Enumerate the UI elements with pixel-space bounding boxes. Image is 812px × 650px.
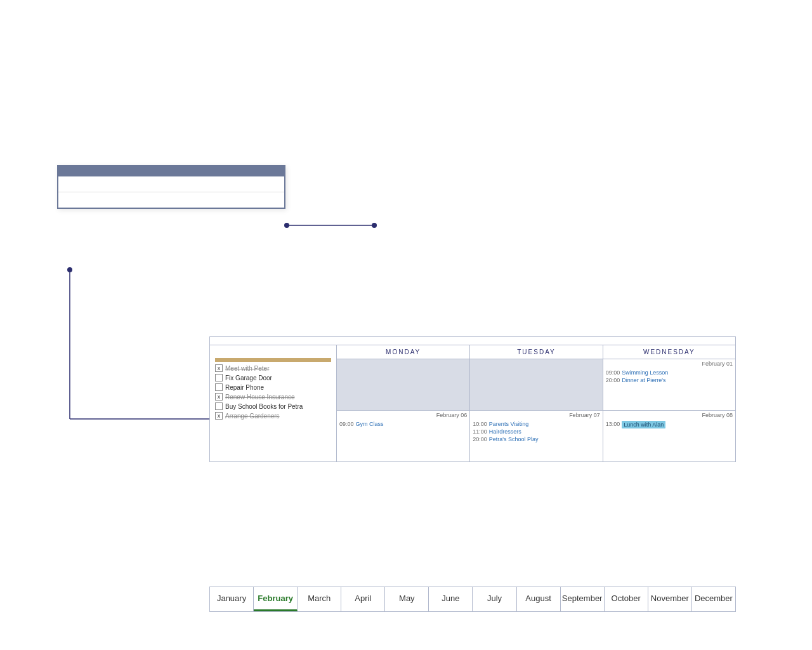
todo-item: Repair Phone — [215, 383, 331, 391]
month-tab-october[interactable]: October — [605, 587, 648, 611]
day-number: February 01 — [606, 361, 733, 367]
todo-checkbox[interactable]: x — [215, 412, 223, 420]
todo-list: xMeet with PeterFix Garage DoorRepair Ph… — [215, 364, 331, 420]
month-tab-september[interactable]: September — [561, 587, 605, 611]
day-number: February 06 — [339, 412, 467, 418]
event-time: 20:00 — [473, 436, 487, 442]
svg-point-2 — [372, 223, 377, 228]
month-tabs: JanuaryFebruaryMarchAprilMayJuneJulyAugu… — [209, 587, 736, 612]
calendar-preview: xMeet with PeterFix Garage DoorRepair Ph… — [209, 336, 736, 462]
calendar-nav — [210, 337, 735, 345]
month-tab-june[interactable]: June — [429, 587, 473, 611]
event-name: Dinner at Pierre's — [622, 377, 665, 383]
todo-item: xMeet with Peter — [215, 364, 331, 372]
calendar-week: February 0109:00Swimming Lesson20:00Dinn… — [337, 359, 735, 411]
todo-checkbox[interactable]: x — [215, 393, 223, 401]
setup-year-row — [58, 176, 284, 192]
event-name: Petra's School Play — [489, 436, 539, 442]
todo-checkbox[interactable] — [215, 374, 223, 381]
calendar-weeks: February 0109:00Swimming Lesson20:00Dinn… — [337, 359, 735, 461]
month-tab-november[interactable]: November — [648, 587, 692, 611]
month-tab-march[interactable]: March — [298, 587, 341, 611]
todo-text: Repair Phone — [225, 384, 331, 391]
calendar-day: February 0109:00Swimming Lesson20:00Dinn… — [603, 359, 735, 410]
day-number: February 08 — [606, 412, 733, 418]
calendar-event: 13:00Lunch with Alan — [606, 421, 733, 428]
event-name: Swimming Lesson — [622, 369, 668, 376]
event-time: 13:00 — [606, 421, 620, 428]
todo-header — [215, 358, 331, 362]
todo-item: xRenew House Insurance — [215, 393, 331, 401]
calendar-day: February 0813:00Lunch with Alan — [603, 411, 735, 461]
todo-text: Fix Garage Door — [225, 375, 331, 381]
todo-item: Fix Garage Door — [215, 374, 331, 381]
calendar-day: February 0710:00Parents Visiting11:00Hai… — [469, 411, 602, 461]
calendar-week: February 0609:00Gym ClassFebruary 0710:0… — [337, 411, 735, 461]
month-tab-july[interactable]: July — [473, 587, 516, 611]
setup-week-row — [58, 192, 284, 208]
event-time: 09:00 — [606, 369, 620, 376]
month-tab-august[interactable]: August — [517, 587, 561, 611]
calendar-left-panel: xMeet with PeterFix Garage DoorRepair Ph… — [210, 345, 337, 461]
calendar-body: xMeet with PeterFix Garage DoorRepair Ph… — [210, 345, 735, 461]
calendar-day — [469, 359, 602, 410]
day-number: February 07 — [473, 412, 599, 418]
todo-text: Arrange Gardeners — [225, 413, 331, 420]
month-tab-december[interactable]: December — [692, 587, 735, 611]
event-name: Lunch with Alan — [622, 421, 665, 428]
calendar-right-grid: MONDAY TUESDAY WEDNESDAY February 0109:0… — [337, 345, 735, 461]
calendar-day — [337, 359, 469, 410]
calendar-event: 09:00Swimming Lesson — [606, 369, 733, 376]
todo-text: Meet with Peter — [225, 365, 331, 372]
event-name: Hairdressers — [489, 428, 521, 435]
calendar-event: 10:00Parents Visiting — [473, 421, 599, 427]
month-tab-january[interactable]: January — [210, 587, 254, 611]
todo-checkbox[interactable]: x — [215, 364, 223, 372]
event-name: Gym Class — [356, 421, 384, 427]
month-tab-may[interactable]: May — [385, 587, 429, 611]
calendar-event: 11:00Hairdressers — [473, 428, 599, 435]
col-tuesday: TUESDAY — [469, 345, 602, 359]
event-time: 11:00 — [473, 428, 487, 435]
event-time: 09:00 — [339, 421, 354, 427]
setup-box — [57, 165, 285, 209]
event-time: 10:00 — [473, 421, 487, 427]
col-wednesday: WEDNESDAY — [603, 345, 735, 359]
calendar-day: February 0609:00Gym Class — [337, 411, 469, 461]
calendar-event: 09:00Gym Class — [339, 421, 467, 427]
calendar-event: 20:00Dinner at Pierre's — [606, 377, 733, 383]
todo-text: Buy School Books for Petra — [225, 403, 331, 410]
calendar-grid-header: MONDAY TUESDAY WEDNESDAY — [337, 345, 735, 359]
month-tab-april[interactable]: April — [341, 587, 385, 611]
event-name: Parents Visiting — [489, 421, 528, 427]
todo-checkbox[interactable] — [215, 383, 223, 391]
month-tab-february[interactable]: February — [254, 587, 298, 611]
todo-text: Renew House Insurance — [225, 394, 331, 401]
setup-header — [58, 166, 284, 176]
col-monday: MONDAY — [337, 345, 469, 359]
todo-checkbox[interactable] — [215, 402, 223, 410]
todo-item: xArrange Gardeners — [215, 412, 331, 420]
event-time: 20:00 — [606, 377, 620, 383]
connector-lines — [0, 0, 812, 650]
svg-point-5 — [67, 267, 72, 272]
todo-item: Buy School Books for Petra — [215, 402, 331, 410]
calendar-event: 20:00Petra's School Play — [473, 436, 599, 442]
svg-point-1 — [284, 223, 289, 228]
